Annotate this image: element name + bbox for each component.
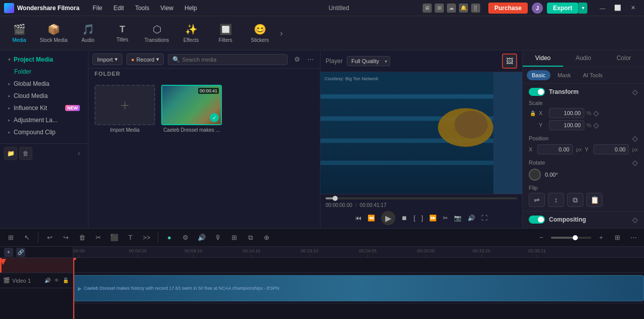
sidebar-item-cloud-media[interactable]: ▸ Cloud Media [4,90,84,102]
frame-forward-button[interactable]: ⏩ [429,215,437,222]
zoom-in-button[interactable]: + [594,231,608,244]
sidebar-item-compound-clip[interactable]: ▸ Compound Clip [4,126,84,138]
color-match-button[interactable]: ● [163,231,176,244]
cut-button[interactable]: ✂ [91,231,105,244]
pos-y-input[interactable] [593,144,629,154]
add-track-left-button[interactable]: + [4,248,13,257]
zoom-thumb[interactable] [573,235,578,240]
toolbar-expand-button[interactable]: › [277,27,286,40]
toolbar-media[interactable]: 🎬 Media [2,17,36,49]
split-clip-button[interactable]: ⧉ [244,231,257,244]
audio-button[interactable]: 🔊 [195,231,208,244]
skip-button[interactable]: >> [140,231,153,244]
rewind-button[interactable]: ⏮ [355,215,361,222]
new-folder-button[interactable]: 📁 [4,147,17,160]
search-box[interactable]: 🔍 [168,54,288,65]
mark-out-button[interactable]: ] [422,215,423,222]
add-track-button[interactable]: ⊕ [260,231,273,244]
group-button[interactable]: ⊞ [227,231,241,244]
transform-toggle[interactable] [529,88,545,96]
crop-button[interactable]: ⬛ [108,231,121,244]
subtab-ai-tools[interactable]: AI Tools [578,70,608,80]
toolbar-titles[interactable]: T Titles [105,17,140,49]
scale-y-keyframe-icon[interactable]: ◇ [593,121,599,129]
monitor-icon[interactable]: 🖥 [423,4,432,13]
mark-in-button[interactable]: [ [413,215,415,222]
toolbar-audio[interactable]: 🎵 Audio [71,17,105,49]
stop-button[interactable]: ⏹ [401,215,407,222]
scale-y-input[interactable] [549,120,584,130]
purchase-button[interactable]: Purchase [488,3,528,14]
toolbar-stock-media[interactable]: 📦 Stock Media [36,17,71,49]
quality-selector-wrapper[interactable]: Full Quality1/2 Quality1/4 Quality [347,56,390,66]
user-avatar[interactable]: J [532,3,543,14]
subtab-basic[interactable]: Basic [527,70,550,80]
add-media-thumb[interactable]: ＋ [95,85,155,125]
tab-color[interactable]: Color [604,50,644,67]
fullscreen-button[interactable]: ⛶ [481,215,487,222]
video-clip-thumb[interactable]: 00:00:41 ✓ [161,85,222,125]
close-button[interactable]: ✕ [626,3,640,13]
cloud-icon[interactable]: ☁ [447,4,456,13]
position-keyframe-icon[interactable]: ◇ [632,134,638,142]
toolbar-transitions[interactable]: ⬡ Transitions [140,17,174,49]
track-speaker-icon[interactable]: 🔊 [43,277,52,285]
more-timeline-button[interactable]: ⋯ [627,231,640,244]
flip-copy-button[interactable]: ⧉ [567,193,583,207]
auto-select-button[interactable]: ↖ [20,231,33,244]
undo-button[interactable]: ↩ [43,231,56,244]
sidebar-item-global-media[interactable]: ▸ Global Media [4,78,84,90]
minimize-button[interactable]: — [595,3,610,13]
import-button[interactable]: Import ▾ [93,54,122,65]
scale-x-keyframe-icon[interactable]: ◇ [593,109,599,117]
compositing-keyframe-icon[interactable]: ◇ [632,216,638,224]
flip-paste-button[interactable]: 📋 [586,193,603,207]
timeline-playhead[interactable] [73,258,74,319]
video-clip-track[interactable]: ▶ Caeleb Dressel makes history with reco… [73,275,644,301]
snapshot-button[interactable]: 📷 [454,215,462,222]
sidebar-item-project-media[interactable]: ▾ Project Media [4,54,84,66]
zoom-out-button[interactable]: − [535,231,548,244]
split-button[interactable]: ✂ [443,215,448,222]
record-button[interactable]: ● Record ▾ [126,54,164,65]
add-media-item[interactable]: ＋ Import Media [95,85,155,222]
settings-button[interactable]: ⚙ [179,231,192,244]
sidebar-collapse-button[interactable]: ‹ [74,149,84,157]
sidebar-item-folder[interactable]: Folder [4,66,84,78]
scale-x-input[interactable] [549,108,584,118]
quality-select[interactable]: Full Quality1/2 Quality1/4 Quality [347,56,390,66]
subtab-mask[interactable]: Mask [553,70,576,80]
rotate-keyframe-icon[interactable]: ◇ [632,158,638,167]
redo-button[interactable]: ↪ [59,231,72,244]
export-button[interactable]: Export [547,3,578,14]
grid-icon[interactable]: ⊞ [435,4,444,13]
menu-file[interactable]: File [87,3,107,14]
pos-x-input[interactable] [537,144,573,154]
track-eye-icon[interactable]: 👁 [53,277,61,285]
tab-audio[interactable]: Audio [563,50,604,67]
sidebar-item-adjustment[interactable]: ▸ Adjustment La... [4,114,84,126]
link-button[interactable]: 🔗 [16,248,25,257]
flip-vertical-button[interactable]: ↕ [548,193,564,207]
video-clip-item[interactable]: 00:00:41 ✓ Caeleb Dressel makes ... [161,85,222,222]
track-lock-icon[interactable]: 🔓 [62,277,70,285]
toolbar-filters[interactable]: 🔲 Filters [208,17,243,49]
progress-thumb[interactable] [333,196,338,201]
filter-icon[interactable]: ⚙ [292,54,303,65]
play-button[interactable]: ▶ [381,211,395,225]
menu-edit[interactable]: Edit [108,3,129,14]
delete-button[interactable]: 🗑 [19,147,32,160]
frame-back-button[interactable]: ⏪ [367,215,375,222]
delete-clip-button[interactable]: 🗑 [75,231,88,244]
sidebar-item-influence-kit[interactable]: ▸ Influence Kit NEW [4,102,84,114]
rotate-knob[interactable] [529,169,541,181]
menu-view[interactable]: View [155,3,178,14]
export-arrow-button[interactable]: ▾ [578,3,587,14]
flip-horizontal-button[interactable]: ⇌ [529,193,545,207]
more-options-icon[interactable]: ⋯ [305,54,316,65]
tab-video[interactable]: Video [523,50,563,67]
apps-icon[interactable]: ⣿ [471,4,480,13]
compositing-toggle[interactable] [529,216,545,224]
add-media-timeline-button[interactable]: ⊞ [4,231,17,244]
zoom-slider[interactable] [551,237,591,239]
